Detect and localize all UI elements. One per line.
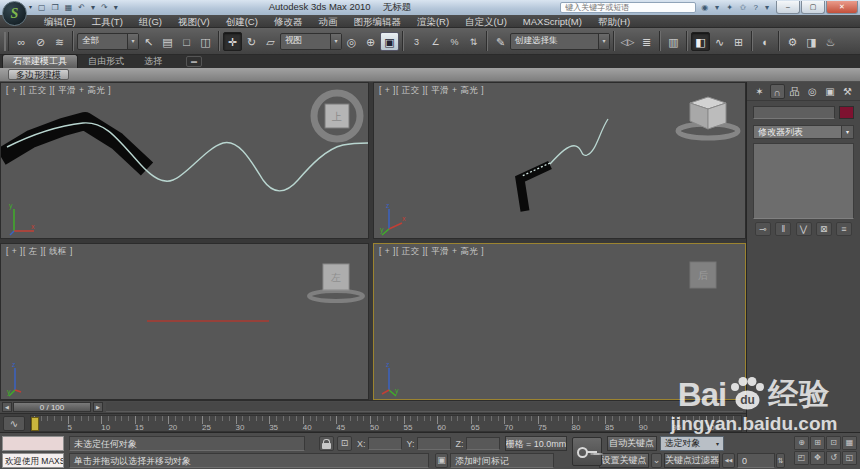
hierarchy-tab-icon[interactable]: 品 (787, 84, 802, 99)
pin-stack-icon[interactable]: ⊸ (755, 222, 771, 236)
zoom-region-icon[interactable]: ◰ (794, 451, 809, 465)
edit-named-selection-sets-icon[interactable]: ✎ (491, 32, 510, 51)
viewport-label[interactable]: [ + ][ 正交 ][ 平滑 + 高光 ] (6, 85, 111, 97)
orbit-icon[interactable]: ↺ (826, 451, 841, 465)
menu-item[interactable]: 组(G) (131, 15, 170, 28)
viewport-bottom-right-active[interactable]: [ + ][ 正交 ][ 平滑 + 高光 ] 后 z y (373, 243, 746, 400)
menu-item[interactable]: 创建(C) (218, 15, 266, 28)
object-name-field[interactable] (753, 106, 835, 119)
save-file-icon[interactable]: ▦ (63, 1, 75, 14)
menu-item[interactable]: 图形编辑器 (345, 15, 409, 28)
named-selection-sets-dropdown[interactable]: 创建选择集 ▾ (510, 33, 610, 50)
modifier-list-dropdown[interactable]: 修改器列表 ▾ (753, 125, 854, 139)
time-slider-track[interactable] (106, 402, 743, 412)
x-coordinate-field[interactable] (368, 437, 402, 450)
menu-item[interactable]: 帮助(H) (590, 15, 638, 28)
reference-coordinate-system-dropdown[interactable]: 视图 ▾ (280, 33, 342, 50)
selection-lock-toggle[interactable] (319, 436, 334, 451)
pan-icon[interactable]: ✥ (810, 451, 825, 465)
viewport-label[interactable]: [ + ][ 正交 ][ 平滑 + 高光 ] (379, 246, 484, 258)
go-to-start-icon[interactable]: ◀◀ (722, 453, 735, 468)
current-frame-field[interactable]: 0 (737, 453, 775, 468)
viewcube[interactable]: 上 (314, 93, 360, 139)
undo-dropdown-icon[interactable]: ▾ (89, 1, 97, 14)
chevron-down-icon[interactable]: ▾ (841, 126, 853, 138)
chevron-down-icon[interactable]: ▾ (713, 440, 723, 447)
layer-manager-icon[interactable]: ▥ (664, 32, 683, 51)
auto-key-button[interactable]: 自动关键点 (607, 436, 657, 451)
select-and-scale-icon[interactable]: ▱ (261, 32, 280, 51)
show-end-result-icon[interactable]: ‖ (775, 222, 791, 236)
redo-icon[interactable]: ↷ (99, 1, 110, 14)
menu-item[interactable]: MAXScript(M) (515, 15, 590, 28)
material-editor-icon[interactable]: ◐ (756, 32, 775, 51)
set-key-button[interactable]: 设置关键点 (599, 453, 649, 468)
select-object-icon[interactable]: ↖ (139, 32, 158, 51)
utilities-tab-icon[interactable]: ⚒ (840, 84, 855, 99)
select-and-link-icon[interactable]: ∞ (12, 32, 31, 51)
percent-snap-icon[interactable]: % (445, 32, 464, 51)
graphite-modeling-tools-toggle-icon[interactable]: ◧ (691, 32, 710, 51)
select-and-manipulate-icon[interactable]: ⊕ (361, 32, 380, 51)
maxscript-mini-listener[interactable] (2, 436, 64, 451)
timeline-ruler[interactable]: 0510152025303540455055606570758085909510… (30, 415, 742, 432)
menu-item[interactable]: 修改器 (266, 15, 311, 28)
key-filters-button[interactable]: 关键点过滤器... (664, 453, 720, 468)
undo-icon[interactable]: ↶ (76, 1, 87, 14)
search-icon[interactable]: ◉ (699, 3, 710, 12)
bind-to-space-warp-icon[interactable]: ≋ (50, 32, 69, 51)
viewport-top-left[interactable]: [ + ][ 正交 ][ 平滑 + 高光 ] 上 y x (0, 82, 369, 239)
communication-center-icon[interactable]: ✦ (724, 3, 735, 12)
select-and-rotate-icon[interactable]: ↻ (242, 32, 261, 51)
viewcube[interactable]: 左 (309, 264, 363, 301)
viewport-label[interactable]: [ + ][ 正交 ][ 平滑 + 高光 ] (379, 85, 484, 97)
ribbon-tab-selection[interactable]: 选择 (134, 55, 172, 68)
frame-spinner[interactable]: ⇅ (776, 453, 785, 468)
rendered-frame-window-icon[interactable]: ◨ (802, 32, 821, 51)
motion-tab-icon[interactable]: ◎ (805, 84, 820, 99)
polygon-modeling-panel-button[interactable]: 多边形建模 (8, 69, 69, 80)
ribbon-tab-graphite[interactable]: 石墨建模工具 (2, 54, 78, 68)
time-slider-grip[interactable]: 0 / 100 (13, 402, 91, 412)
menu-item[interactable]: 动画 (310, 15, 345, 28)
set-keys-button[interactable] (572, 437, 602, 466)
open-file-icon[interactable]: ❒ (50, 1, 61, 14)
chevron-down-icon[interactable]: ▾ (127, 34, 138, 49)
add-time-tag[interactable]: 添加时间标记 (450, 453, 554, 468)
key-filter-selected-dropdown[interactable]: 选定对象 ▾ (660, 436, 724, 451)
render-setup-icon[interactable]: ⚙ (783, 32, 802, 51)
search-dropdown-icon[interactable]: ▾ (713, 3, 721, 12)
maxscript-welcome-box[interactable]: 欢迎使用 MAXSc (2, 453, 64, 468)
close-button[interactable]: ✕ (826, 1, 858, 14)
zoom-icon[interactable]: ⊕ (794, 436, 809, 450)
select-and-move-icon[interactable]: ✛ (223, 32, 242, 51)
application-menu-arrow-icon[interactable]: ▾ (29, 3, 32, 10)
use-pivot-point-center-icon[interactable]: ◎ (342, 32, 361, 51)
time-slider-prev-icon[interactable]: ◀ (2, 402, 12, 412)
ribbon-minimize-button[interactable]: ▬ (186, 56, 202, 67)
current-frame-marker[interactable] (31, 417, 39, 431)
help-dropdown-icon[interactable]: ▾ (763, 3, 771, 12)
angle-snap-icon[interactable]: ∠ (426, 32, 445, 51)
modify-tab-icon[interactable]: ∩ (770, 84, 785, 99)
chevron-down-icon[interactable]: ▾ (330, 34, 341, 49)
toolbar-grip[interactable] (4, 32, 9, 51)
zoom-extents-all-icon[interactable]: ▦ (842, 436, 857, 450)
viewcube[interactable]: 后 (690, 262, 716, 288)
ribbon-tab-freeform[interactable]: 自由形式 (78, 55, 134, 68)
zoom-extents-icon[interactable]: ⊡ (826, 436, 841, 450)
zoom-all-icon[interactable]: ⊞ (810, 436, 825, 450)
minimize-button[interactable]: – (776, 1, 800, 14)
time-slider-next-icon[interactable]: ▶ (93, 402, 103, 412)
viewport-bottom-left[interactable]: [ + ][ 左 ][ 线框 ] 左 z y (0, 243, 369, 400)
redo-dropdown-icon[interactable]: ▾ (112, 1, 120, 14)
unlink-selection-icon[interactable]: ⊘ (31, 32, 50, 51)
application-menu-button[interactable]: S (2, 1, 27, 26)
chevron-down-icon[interactable]: ▾ (598, 34, 609, 49)
display-tab-icon[interactable]: ▣ (822, 84, 837, 99)
viewport-label[interactable]: [ + ][ 左 ][ 线框 ] (6, 246, 73, 258)
maximize-button[interactable]: ▢ (801, 1, 825, 14)
z-coordinate-field[interactable] (466, 437, 500, 450)
infocenter-search-input[interactable] (560, 2, 696, 13)
menu-item[interactable]: 渲染(R) (409, 15, 457, 28)
